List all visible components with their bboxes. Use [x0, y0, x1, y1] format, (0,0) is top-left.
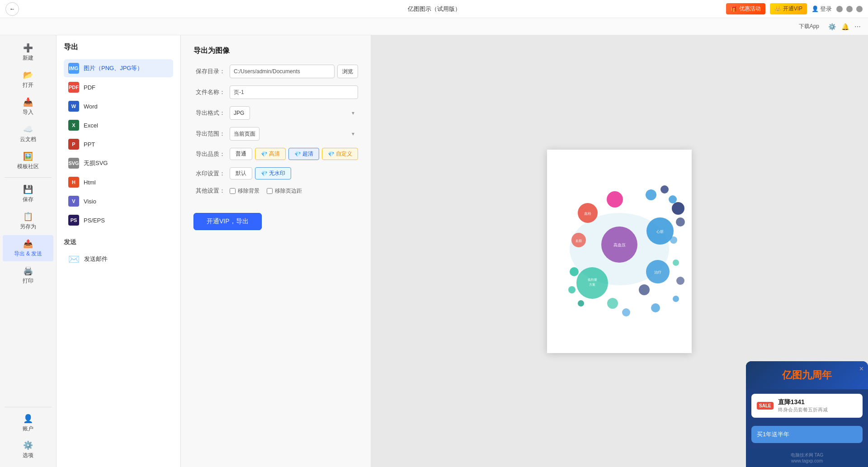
sidebar-item-template[interactable]: 🖼️ 模板社区 [3, 148, 53, 174]
svg-text:血栓: 血栓 [584, 212, 591, 216]
sidebar-label-print: 打印 [23, 277, 33, 285]
quality-options: 普通 💎高清 💎超清 💎自定义 [230, 148, 358, 160]
other-settings-row: 其他设置： 移除背景 移除页边距 [193, 187, 358, 195]
svg-point-10 [607, 191, 623, 208]
sidebar-label-cloud: 云文档 [20, 136, 36, 143]
format-item-excel[interactable]: X Excel [64, 116, 173, 134]
close-button[interactable]: × [856, 6, 863, 12]
secondary-toolbar: 下载App ⚙️ 🔔 ⋯ [0, 18, 868, 35]
format-item-word[interactable]: W Word [64, 97, 173, 115]
svg-text:治疗: 治疗 [654, 270, 661, 274]
format-item-ps[interactable]: PS PS/EPS [64, 211, 173, 229]
export-vip-button[interactable]: 开通VIP，导出 [193, 213, 262, 230]
filename-row: 文件名称： [193, 85, 358, 99]
format-item-ppt[interactable]: P PPT [64, 135, 173, 153]
download-app-button[interactable]: 下载App [795, 21, 823, 32]
svg-text:心脏: 心脏 [656, 230, 664, 234]
sidebar-item-export[interactable]: 📤 导出 & 发送 [3, 235, 53, 261]
range-row: 导出范围： 当前页面 全部页面 选中内容 [193, 127, 358, 141]
sidebar-item-new[interactable]: ➕ 新建 [3, 39, 53, 66]
sidebar-divider-bottom [5, 407, 52, 407]
quality-label: 导出品质： [193, 150, 225, 158]
watermark-default-button[interactable]: 默认 [230, 167, 252, 179]
svg-point-26 [673, 259, 679, 266]
save-dir-input[interactable] [230, 65, 335, 78]
format-item-pdf[interactable]: PDF PDF [64, 78, 173, 96]
maximize-button[interactable]: □ [846, 6, 853, 12]
sidebar-item-import[interactable]: 📥 导入 [3, 94, 53, 120]
sidebar-label-open: 打开 [23, 81, 33, 89]
notifications-icon[interactable]: 🔔 [841, 23, 849, 30]
sidebar-item-options[interactable]: ⚙️ 选项 [3, 437, 53, 463]
promo-close-button[interactable]: × [859, 365, 863, 373]
remove-border-checkbox[interactable]: 移除页边距 [267, 187, 302, 195]
promo-icon: 🎁 [731, 6, 737, 12]
format-item-image[interactable]: IMG 图片（PNG、JPG等） [64, 59, 173, 77]
filename-input[interactable] [230, 85, 358, 99]
export-format-panel: 导出 IMG 图片（PNG、JPG等） PDF PDF W Word X Exc… [57, 35, 181, 467]
send-email-item[interactable]: ✉️ 发送邮件 [64, 250, 173, 268]
user-icon: 👤 [811, 5, 819, 12]
svg-point-5 [672, 202, 684, 215]
promo-popup: 亿图九周年 × SALE 直降1341 终身会员套餐五折再减 买1年送半年 电脑… [746, 361, 868, 467]
format-icon-excel: X [68, 120, 79, 131]
range-select[interactable]: 当前页面 全部页面 选中内容 [230, 127, 259, 141]
watermark-options: 默认 💎无水印 [230, 167, 291, 179]
promo-footer-card[interactable]: 买1年送半年 [751, 426, 863, 443]
sidebar-label-import: 导入 [23, 108, 33, 116]
send-section-title: 发送 [64, 238, 173, 246]
vip-label: 开通VIP [783, 5, 802, 13]
sidebar-item-print[interactable]: 🖨️ 打印 [3, 262, 53, 288]
remove-bg-checkbox[interactable]: 移除背景 [230, 187, 259, 195]
cloud-icon: ☁️ [23, 124, 33, 134]
promo-button[interactable]: 🎁 优惠活动 [726, 3, 765, 14]
remove-border-input[interactable] [267, 188, 273, 194]
format-icon-svg: SVG [68, 158, 79, 169]
quality-hd-button[interactable]: 💎高清 [255, 148, 286, 160]
filename-label: 文件名称： [193, 88, 225, 96]
format-row: 导出格式： JPG PNG BMP GIF TIFF [193, 106, 358, 120]
format-label-ps: PS/EPS [84, 217, 105, 224]
minimize-button[interactable]: — [836, 6, 843, 12]
login-button[interactable]: 👤 登录 [811, 5, 832, 13]
sidebar-item-account[interactable]: 👤 账户 [3, 410, 53, 436]
svg-point-24 [651, 303, 660, 312]
crown-icon-hd: 💎 [261, 151, 268, 157]
remove-border-label: 移除页边距 [275, 187, 302, 195]
format-select[interactable]: JPG PNG BMP GIF TIFF [230, 106, 250, 120]
format-item-visio[interactable]: V Visio [64, 192, 173, 210]
remove-bg-label: 移除背景 [238, 187, 259, 195]
format-label-ppt: PPT [84, 141, 95, 148]
sidebar-item-cloud[interactable]: ☁️ 云文档 [3, 121, 53, 147]
quality-uhd-button[interactable]: 💎超清 [288, 148, 319, 160]
svg-point-20 [578, 300, 584, 307]
format-icon-ps: PS [68, 215, 79, 226]
promo-title: 亿图九周年 [753, 368, 861, 382]
format-label-html: Html [84, 179, 96, 186]
quality-custom-button[interactable]: 💎自定义 [322, 148, 358, 160]
format-item-html[interactable]: H Html [64, 173, 173, 191]
login-label: 登录 [820, 5, 832, 13]
vip-button[interactable]: 👑 开通VIP [770, 3, 807, 14]
back-button[interactable]: ← [5, 2, 19, 16]
config-title: 导出为图像 [193, 46, 358, 56]
sidebar-item-saveas[interactable]: 📋 另存为 [3, 208, 53, 234]
watermark-none-button[interactable]: 💎无水印 [255, 167, 291, 179]
promo-card-1[interactable]: SALE 直降1341 终身会员套餐五折再减 [751, 394, 863, 418]
remove-bg-input[interactable] [230, 188, 236, 194]
watermark-row: 水印设置： 默认 💎无水印 [193, 167, 358, 179]
quality-normal-button[interactable]: 普通 [230, 148, 252, 160]
saveas-icon: 📋 [23, 212, 33, 222]
window-controls: — □ × [836, 6, 863, 12]
format-item-svg[interactable]: SVG 无损SVG [64, 154, 173, 172]
settings-icon[interactable]: ⚙️ [828, 23, 836, 30]
sidebar-item-open[interactable]: 📂 打开 [3, 66, 53, 93]
svg-point-28 [673, 296, 679, 302]
svg-point-22 [622, 308, 630, 316]
more-icon[interactable]: ⋯ [854, 23, 861, 30]
svg-point-18 [570, 267, 579, 276]
crown-icon: 👑 [774, 6, 781, 12]
crown-icon-watermark: 💎 [261, 170, 268, 177]
browse-button[interactable]: 浏览 [337, 65, 358, 78]
sidebar-item-save[interactable]: 💾 保存 [3, 181, 53, 207]
